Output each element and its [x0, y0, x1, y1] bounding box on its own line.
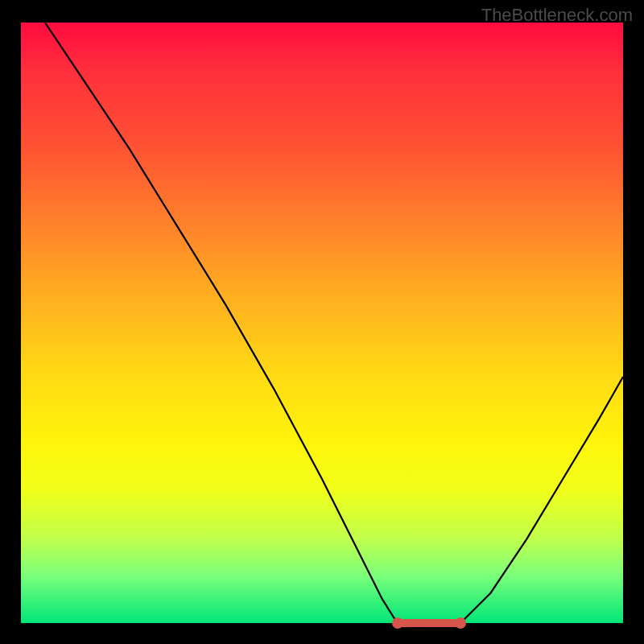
watermark-text: TheBottleneck.com: [481, 5, 633, 26]
chart-curve-svg: [21, 23, 623, 623]
trough-marker-0: [392, 617, 403, 629]
trough-highlight: [395, 619, 464, 627]
trough-marker-1: [455, 617, 466, 629]
bottleneck-curve: [45, 23, 623, 623]
chart-plot-area: [21, 23, 623, 623]
